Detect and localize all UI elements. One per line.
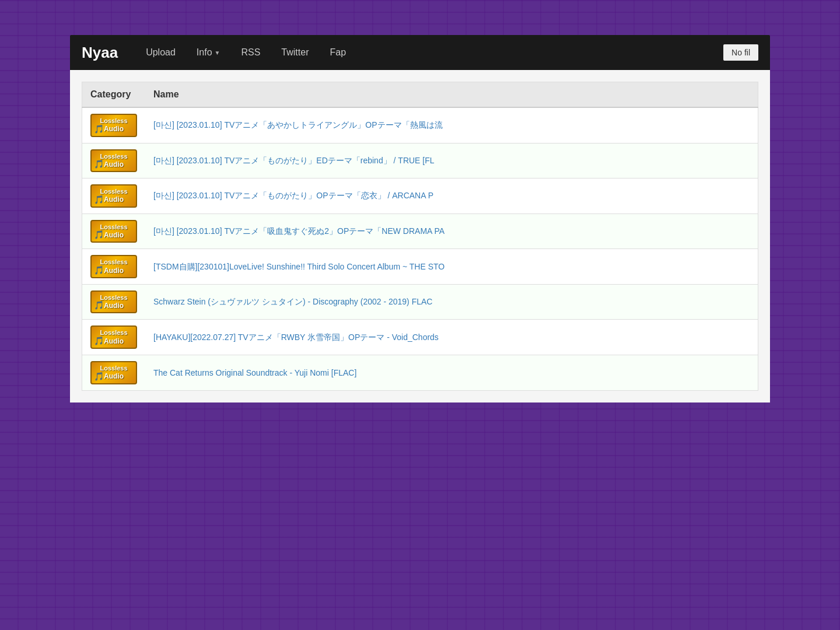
category-cell: LosslessAudio🎵 xyxy=(82,214,146,249)
category-badge-bottom-label: Audio xyxy=(104,302,124,310)
table-row: LosslessAudio🎵Schwarz Stein (シュヴァルツ シュタイ… xyxy=(82,284,758,320)
nav-twitter[interactable]: Twitter xyxy=(271,35,319,70)
audio-icon: 🎵 xyxy=(94,195,104,204)
category-badge-bottom-label: Audio xyxy=(104,231,124,239)
nav-fap[interactable]: Fap xyxy=(319,35,356,70)
category-badge[interactable]: LosslessAudio🎵 xyxy=(90,326,137,349)
torrent-table: Category Name LosslessAudio🎵[마신] [2023.0… xyxy=(82,82,758,391)
torrent-name-link[interactable]: Schwarz Stein (シュヴァルツ シュタイン) - Discograp… xyxy=(153,297,432,306)
category-cell: LosslessAudio🎵 xyxy=(82,355,146,391)
nav-upload[interactable]: Upload xyxy=(135,35,186,70)
name-cell: [마신] [2023.01.10] TVアニメ「ものがたり」EDテーマ「rebi… xyxy=(145,143,758,178)
category-badge-bottom-label: Audio xyxy=(104,195,124,204)
category-badge[interactable]: LosslessAudio🎵 xyxy=(90,220,137,243)
table-row: LosslessAudio🎵[마신] [2023.01.10] TVアニメ「もの… xyxy=(82,143,758,178)
name-cell: Schwarz Stein (シュヴァルツ シュタイン) - Discograp… xyxy=(145,284,758,320)
name-cell: [HAYAKU][2022.07.27] TVアニメ「RWBY 氷雪帝国」OPテ… xyxy=(145,320,758,355)
table-row: LosslessAudio🎵[마신] [2023.01.10] TVアニメ「もの… xyxy=(82,178,758,214)
category-cell: LosslessAudio🎵 xyxy=(82,320,146,355)
site-brand[interactable]: Nyaa xyxy=(82,44,118,62)
category-badge[interactable]: LosslessAudio🎵 xyxy=(90,184,137,208)
audio-icon: 🎵 xyxy=(94,230,104,239)
table-row: LosslessAudio🎵[마신] [2023.01.10] TVアニメ「吸血… xyxy=(82,214,758,249)
name-cell: [마신] [2023.01.10] TVアニメ「ものがたり」OPテーマ「恋衣」 … xyxy=(145,178,758,214)
audio-icon: 🎵 xyxy=(94,124,104,134)
column-header-category: Category xyxy=(82,82,146,108)
category-badge[interactable]: LosslessAudio🎵 xyxy=(90,149,137,173)
audio-icon: 🎵 xyxy=(94,265,104,275)
torrent-name-link[interactable]: The Cat Returns Original Soundtrack - Yu… xyxy=(153,368,356,377)
content-area: Category Name LosslessAudio🎵[마신] [2023.0… xyxy=(70,70,770,402)
table-row: LosslessAudio🎵[HAYAKU][2022.07.27] TVアニメ… xyxy=(82,320,758,355)
table-row: LosslessAudio🎵[TSDM自購][230101]LoveLive! … xyxy=(82,249,758,285)
category-badge[interactable]: LosslessAudio🎵 xyxy=(90,255,137,278)
category-badge[interactable]: LosslessAudio🎵 xyxy=(90,361,137,384)
category-badge-bottom-label: Audio xyxy=(104,267,124,275)
category-badge-bottom-label: Audio xyxy=(104,125,124,133)
nav-info[interactable]: Info ▼ xyxy=(186,35,231,70)
name-cell: [마신] [2023.01.10] TVアニメ「あやかしトライアングル」OPテー… xyxy=(145,107,758,143)
category-badge-top-label: Lossless xyxy=(100,223,127,231)
name-cell: [마신] [2023.01.10] TVアニメ「吸血鬼すぐ死ぬ2」OPテーマ「N… xyxy=(145,214,758,249)
torrent-name-link[interactable]: [마신] [2023.01.10] TVアニメ「ものがたり」EDテーマ「rebi… xyxy=(153,156,435,165)
category-cell: LosslessAudio🎵 xyxy=(82,249,146,285)
audio-icon: 🎵 xyxy=(94,300,104,310)
torrent-name-link[interactable]: [마신] [2023.01.10] TVアニメ「ものがたり」OPテーマ「恋衣」 … xyxy=(153,191,433,200)
category-badge-top-label: Lossless xyxy=(100,365,127,372)
category-badge-top-label: Lossless xyxy=(100,258,127,266)
category-cell: LosslessAudio🎵 xyxy=(82,178,146,214)
category-badge-top-label: Lossless xyxy=(100,188,127,195)
table-header-row: Category Name xyxy=(82,82,758,108)
navbar: Nyaa Upload Info ▼ RSS Twitter Fap No fi… xyxy=(70,35,770,70)
main-container: Nyaa Upload Info ▼ RSS Twitter Fap No fi… xyxy=(70,35,770,402)
category-badge-top-label: Lossless xyxy=(100,329,127,337)
audio-icon: 🎵 xyxy=(94,372,104,381)
nav-rss[interactable]: RSS xyxy=(230,35,271,70)
navbar-links: Upload Info ▼ RSS Twitter Fap xyxy=(135,35,723,70)
torrent-name-link[interactable]: [HAYAKU][2022.07.27] TVアニメ「RWBY 氷雪帝国」OPテ… xyxy=(153,332,439,342)
table-row: LosslessAudio🎵[마신] [2023.01.10] TVアニメ「あや… xyxy=(82,107,758,143)
category-badge-top-label: Lossless xyxy=(100,294,127,302)
nav-info-label: Info xyxy=(197,47,212,58)
category-cell: LosslessAudio🎵 xyxy=(82,107,146,143)
category-badge[interactable]: LosslessAudio🎵 xyxy=(90,114,137,137)
category-badge-top-label: Lossless xyxy=(100,117,127,125)
category-badge-bottom-label: Audio xyxy=(104,337,124,345)
name-cell: The Cat Returns Original Soundtrack - Yu… xyxy=(145,355,758,391)
column-header-name: Name xyxy=(145,82,758,108)
category-cell: LosslessAudio🎵 xyxy=(82,143,146,178)
torrent-name-link[interactable]: [TSDM自購][230101]LoveLive! Sunshine!! Thi… xyxy=(153,262,444,271)
category-badge-bottom-label: Audio xyxy=(104,160,124,169)
category-badge-bottom-label: Audio xyxy=(104,372,124,380)
torrent-name-link[interactable]: [마신] [2023.01.10] TVアニメ「吸血鬼すぐ死ぬ2」OPテーマ「N… xyxy=(153,226,444,236)
table-row: LosslessAudio🎵The Cat Returns Original S… xyxy=(82,355,758,391)
name-cell: [TSDM自購][230101]LoveLive! Sunshine!! Thi… xyxy=(145,249,758,285)
chevron-down-icon: ▼ xyxy=(215,50,220,56)
audio-icon: 🎵 xyxy=(94,336,104,345)
audio-icon: 🎵 xyxy=(94,159,104,169)
navbar-right: No fil xyxy=(723,44,758,61)
category-badge[interactable]: LosslessAudio🎵 xyxy=(90,290,137,314)
torrent-name-link[interactable]: [마신] [2023.01.10] TVアニメ「あやかしトライアングル」OPテー… xyxy=(153,120,443,130)
no-filter-button[interactable]: No fil xyxy=(723,44,758,61)
category-cell: LosslessAudio🎵 xyxy=(82,284,146,320)
category-badge-top-label: Lossless xyxy=(100,153,127,160)
